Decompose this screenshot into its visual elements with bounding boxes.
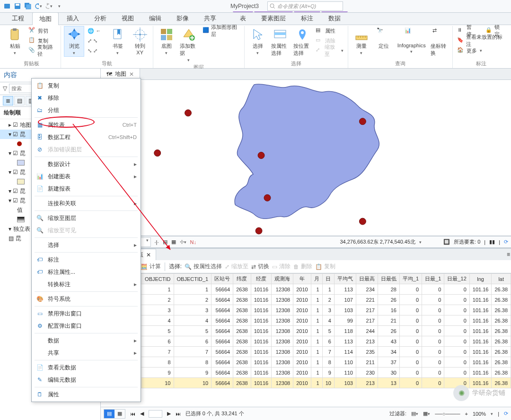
cell[interactable]: 2638 bbox=[233, 284, 251, 295]
col-header[interactable]: 平均_1 bbox=[399, 274, 422, 284]
cell[interactable]: 110 bbox=[334, 357, 356, 368]
ctx-selection[interactable]: 选择▸ bbox=[32, 239, 141, 251]
locate-button[interactable]: 🔭定位 bbox=[373, 26, 394, 51]
cell[interactable]: 56664 bbox=[211, 295, 233, 305]
qa-save-icon[interactable] bbox=[13, 2, 22, 10]
cell[interactable]: 2 bbox=[142, 295, 174, 305]
close-icon[interactable]: ✕ bbox=[129, 71, 134, 78]
cell[interactable]: 56664 bbox=[211, 368, 233, 378]
ctx-tab-data[interactable]: 数据 bbox=[321, 11, 348, 25]
cell[interactable]: 101.16 bbox=[469, 357, 492, 368]
cell[interactable]: 213 bbox=[356, 336, 378, 347]
attr-calc-button[interactable]: 🧮 计算 bbox=[141, 262, 161, 271]
ctx-copy[interactable]: 📋复制 bbox=[32, 79, 141, 92]
pause-draw-icon[interactable]: ▮▮ bbox=[489, 239, 495, 245]
cell[interactable]: 12308 bbox=[272, 295, 293, 305]
cell[interactable]: 2010 bbox=[293, 295, 311, 305]
cell[interactable]: 6 bbox=[322, 336, 334, 347]
cell[interactable]: 114 bbox=[334, 347, 356, 357]
cell[interactable]: 0 bbox=[444, 347, 469, 357]
cell[interactable]: 10 bbox=[142, 378, 174, 388]
bookmarks-button[interactable]: 书签▾ bbox=[107, 26, 128, 57]
cell[interactable]: 0 bbox=[444, 295, 469, 305]
cell[interactable]: 56664 bbox=[211, 315, 233, 326]
cell[interactable]: 6 bbox=[142, 336, 174, 347]
filter2-icon[interactable]: ▦▾ bbox=[423, 411, 430, 417]
ctx-label[interactable]: 🏷标注 bbox=[32, 254, 141, 266]
cell[interactable]: 1 bbox=[311, 305, 322, 315]
cell[interactable]: 0 bbox=[399, 326, 422, 336]
cell[interactable]: 101.16 bbox=[469, 336, 492, 347]
cell[interactable]: 2638 bbox=[233, 347, 251, 357]
ctx-data-project[interactable]: 🗄数据工程Ctrl+Shift+D bbox=[32, 131, 141, 143]
cell[interactable]: 26.38 bbox=[492, 315, 511, 326]
col-header[interactable]: 日最高 bbox=[356, 274, 378, 284]
cell[interactable]: 221 bbox=[356, 295, 378, 305]
cell[interactable]: 0 bbox=[422, 315, 444, 326]
cell[interactable]: 0 bbox=[422, 305, 444, 315]
cell[interactable]: 0 bbox=[422, 347, 444, 357]
cell[interactable]: 3 bbox=[174, 305, 211, 315]
cell[interactable]: 2010 bbox=[293, 326, 311, 336]
cell[interactable]: 4 bbox=[142, 315, 174, 326]
nav-prev-icon[interactable]: 🌐 ← bbox=[86, 26, 106, 35]
attributes-button[interactable]: ▤属性 bbox=[314, 26, 345, 35]
cell[interactable]: 9 bbox=[142, 368, 174, 378]
add-graphics-layer-button[interactable]: 🟦添加图形图层 bbox=[201, 26, 242, 35]
cell[interactable]: 0 bbox=[422, 368, 444, 378]
cell[interactable]: 56664 bbox=[211, 357, 233, 368]
cell[interactable]: 4 bbox=[174, 315, 211, 326]
cut-button[interactable]: ✂️剪切 bbox=[27, 26, 58, 35]
cell[interactable]: 0 bbox=[422, 357, 444, 368]
nav-fullext-icon[interactable]: ⤢ ⤡ bbox=[86, 36, 106, 45]
cell[interactable]: 28 bbox=[378, 284, 399, 295]
attr-menu-icon[interactable]: ≡ bbox=[507, 251, 510, 258]
cell[interactable]: 0 bbox=[422, 378, 444, 388]
cell[interactable]: 16 bbox=[378, 305, 399, 315]
cell[interactable]: 2010 bbox=[293, 315, 311, 326]
col-header[interactable]: 区站号 bbox=[211, 274, 233, 284]
cell[interactable]: 0 bbox=[444, 368, 469, 378]
cell[interactable]: 10116 bbox=[251, 315, 272, 326]
attr-view-toggle[interactable]: ▤▦ bbox=[104, 409, 125, 419]
cell[interactable]: 12308 bbox=[272, 357, 293, 368]
cell[interactable]: 213 bbox=[356, 378, 378, 388]
cell[interactable]: 0 bbox=[399, 378, 422, 388]
cell[interactable]: 2 bbox=[322, 295, 334, 305]
ctx-edit-metadata[interactable]: ✎编辑元数据 bbox=[32, 374, 141, 386]
cell[interactable]: 2010 bbox=[293, 284, 311, 295]
cell[interactable]: 0 bbox=[444, 326, 469, 336]
cell[interactable]: 10116 bbox=[251, 305, 272, 315]
cell[interactable]: 2638 bbox=[233, 305, 251, 315]
list-by-draw-order-button[interactable]: ≣ bbox=[3, 96, 13, 105]
cell[interactable]: 1 bbox=[311, 378, 322, 388]
cell[interactable]: 5 bbox=[174, 326, 211, 336]
ctx-data-design[interactable]: 数据设计▸ bbox=[32, 158, 141, 170]
cell[interactable]: 10116 bbox=[251, 368, 272, 378]
cell[interactable]: 12308 bbox=[272, 336, 293, 347]
cell[interactable]: 12308 bbox=[272, 315, 293, 326]
ctx-share[interactable]: 共享▸ bbox=[32, 347, 141, 359]
col-header[interactable]: lat bbox=[492, 274, 511, 284]
cell[interactable]: 56664 bbox=[211, 284, 233, 295]
cell[interactable]: 235 bbox=[356, 347, 378, 357]
tab-project[interactable]: 工程 bbox=[5, 12, 31, 25]
basemap-button[interactable]: 底图▾ bbox=[156, 26, 176, 57]
cell[interactable]: 3 bbox=[322, 305, 334, 315]
cell[interactable]: 0 bbox=[422, 284, 444, 295]
col-header[interactable]: 平均气 bbox=[334, 274, 356, 284]
view-unplaced-labels-button[interactable]: 🔖查看未放置的标注 bbox=[456, 36, 506, 45]
attr-table[interactable]: Shape *OBJECTIDOBJECTID_1区站号纬度经度观测海年月日平均… bbox=[101, 273, 511, 388]
cell[interactable]: 2638 bbox=[233, 326, 251, 336]
infographics-button[interactable]: 📊Infographics▾ bbox=[396, 26, 427, 55]
cell[interactable]: 10116 bbox=[251, 326, 272, 336]
cell[interactable]: 1 bbox=[174, 284, 211, 295]
cell[interactable]: 1 bbox=[311, 357, 322, 368]
cell[interactable]: 9 bbox=[322, 368, 334, 378]
cell[interactable]: 1 bbox=[311, 347, 322, 357]
cell[interactable]: 12308 bbox=[272, 305, 293, 315]
cell[interactable]: 10116 bbox=[251, 284, 272, 295]
cell[interactable]: 10 bbox=[174, 378, 211, 388]
cell[interactable]: 0 bbox=[422, 295, 444, 305]
cell[interactable]: 0 bbox=[444, 315, 469, 326]
